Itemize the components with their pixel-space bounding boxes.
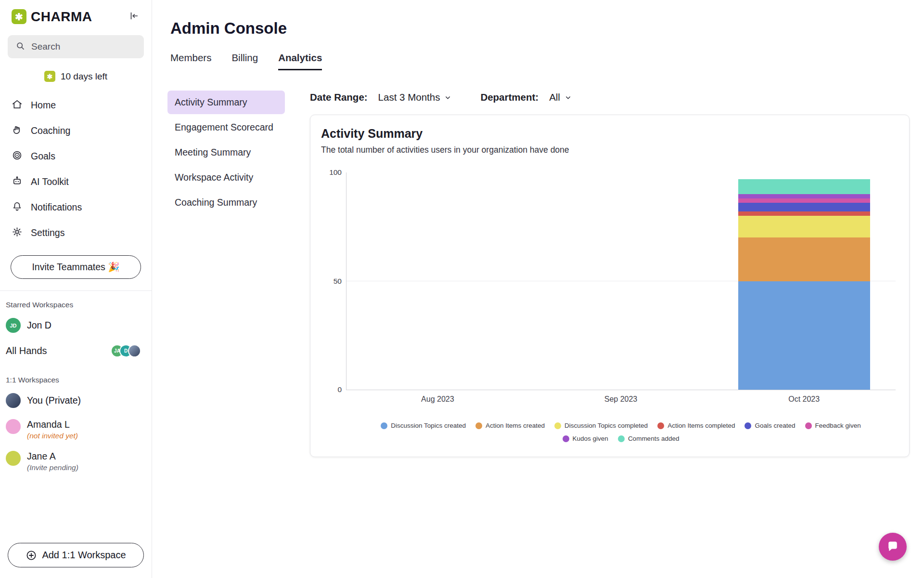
sidebar-item-label: Home xyxy=(31,100,56,111)
charma-logo-text: CHARMA xyxy=(31,9,92,25)
workspace-name: All Hands xyxy=(6,345,47,356)
legend-item[interactable]: Comments added xyxy=(618,435,680,442)
legend-item[interactable]: Discussion Topics created xyxy=(381,422,466,429)
legend-label: Comments added xyxy=(628,435,680,442)
chevron-down-icon xyxy=(565,94,572,101)
ai-toolkit-icon xyxy=(12,175,23,189)
subnav-item-meeting-summary[interactable]: Meeting Summary xyxy=(167,141,285,164)
department-dropdown[interactable]: All xyxy=(549,92,572,103)
tab-billing[interactable]: Billing xyxy=(231,52,258,70)
bar-segment[interactable] xyxy=(738,237,870,281)
x-axis-label: Oct 2023 xyxy=(788,395,820,404)
bar-slot xyxy=(713,172,896,390)
avatar xyxy=(128,344,141,357)
collapse-sidebar-button[interactable] xyxy=(127,9,141,25)
stacked-bar[interactable] xyxy=(372,172,504,390)
workspace-item-jane-a[interactable]: Jane A (Invite pending) xyxy=(0,446,152,477)
legend-dot xyxy=(805,422,812,429)
legend-item[interactable]: Kudos given xyxy=(563,435,608,442)
y-axis-tick: 100 xyxy=(322,168,342,177)
legend-item[interactable]: Action Items completed xyxy=(657,422,735,429)
add-workspace-label: Add 1:1 Workspace xyxy=(42,550,126,561)
bar-slot xyxy=(529,172,712,390)
bar-segment[interactable] xyxy=(738,203,870,211)
bar-segment[interactable] xyxy=(738,198,870,203)
sidebar-item-label: Coaching xyxy=(31,125,70,136)
chart-subtitle: The total number of activities users in … xyxy=(321,145,896,155)
date-range-value: Last 3 Months xyxy=(378,92,440,103)
bar-segment[interactable] xyxy=(738,211,870,216)
sidebar-item-ai-toolkit[interactable]: AI Toolkit xyxy=(12,169,140,195)
sidebar-item-home[interactable]: Home xyxy=(12,92,140,118)
tab-members[interactable]: Members xyxy=(170,52,211,70)
legend-dot xyxy=(618,435,625,442)
chat-support-button[interactable] xyxy=(879,533,907,561)
chart-legend: Discussion Topics createdAction Items cr… xyxy=(346,422,896,442)
x-axis: Aug 2023Sep 2023Oct 2023 xyxy=(346,395,896,407)
sidebar-item-goals[interactable]: Goals xyxy=(12,144,140,169)
main-content: Admin Console Members Billing Analytics … xyxy=(152,0,924,578)
starred-workspaces-heading: Starred Workspaces xyxy=(0,291,152,312)
legend-item[interactable]: Discussion Topics completed xyxy=(554,422,648,429)
sidebar-item-coaching[interactable]: Coaching xyxy=(12,118,140,144)
legend-label: Feedback given xyxy=(815,422,861,429)
workspace-name: Amanda L xyxy=(27,419,78,430)
workspace-item-jon-d[interactable]: JD Jon D xyxy=(0,312,152,339)
home-icon xyxy=(12,99,23,112)
date-range-dropdown[interactable]: Last 3 Months xyxy=(378,92,452,103)
avatar xyxy=(6,393,21,408)
bar-segment[interactable] xyxy=(738,281,870,390)
legend-label: Action Items created xyxy=(486,422,545,429)
workspace-item-amanda-l[interactable]: Amanda L (not invited yet) xyxy=(0,414,152,446)
sidebar-item-notifications[interactable]: Notifications xyxy=(12,195,140,220)
add-workspace-button[interactable]: Add 1:1 Workspace xyxy=(8,543,144,567)
search-box[interactable] xyxy=(8,35,144,58)
legend-dot xyxy=(744,422,751,429)
app-window: ✱ CHARMA ✱ 10 days left Home xyxy=(0,0,924,578)
department-label: Department: xyxy=(480,92,539,103)
invite-teammates-label: Invite Teammates 🎉 xyxy=(32,262,119,273)
chevron-down-icon xyxy=(444,94,451,101)
bar-segment[interactable] xyxy=(738,194,870,198)
legend-item[interactable]: Feedback given xyxy=(805,422,861,429)
subnav-item-activity-summary[interactable]: Activity Summary xyxy=(167,91,285,114)
stacked-bar[interactable] xyxy=(738,172,870,390)
subnav-item-coaching-summary[interactable]: Coaching Summary xyxy=(167,191,285,214)
workspace-name: You (Private) xyxy=(27,395,81,406)
y-axis-tick: 0 xyxy=(322,385,342,394)
sidebar-item-label: Goals xyxy=(31,151,55,162)
invite-teammates-button[interactable]: Invite Teammates 🎉 xyxy=(11,255,141,279)
bar-slot xyxy=(346,172,529,390)
settings-icon xyxy=(12,226,23,240)
sidebar-item-settings[interactable]: Settings xyxy=(12,220,140,246)
filter-bar: Date Range: Last 3 Months Department: Al… xyxy=(310,92,911,103)
workspace-name: Jane A xyxy=(27,451,78,462)
bar-segment[interactable] xyxy=(738,216,870,237)
bar-segment[interactable] xyxy=(738,179,870,195)
stacked-bar[interactable] xyxy=(555,172,687,390)
search-input[interactable] xyxy=(31,41,136,52)
legend-label: Action Items completed xyxy=(667,422,735,429)
subnav-item-workspace-activity[interactable]: Workspace Activity xyxy=(167,166,285,189)
workspace-item-all-hands[interactable]: All Hands JA D xyxy=(0,339,152,363)
x-axis-label: Aug 2023 xyxy=(421,395,454,404)
sidebar-nav: Home Coaching Goals AI Toolkit Notificat… xyxy=(0,92,152,246)
legend-item[interactable]: Action Items created xyxy=(475,422,545,429)
department-value: All xyxy=(549,92,560,103)
coaching-icon xyxy=(12,124,23,138)
notifications-icon xyxy=(12,201,23,214)
chat-bubble-icon xyxy=(886,540,899,553)
subnav-item-engagement-scorecard[interactable]: Engagement Scorecard xyxy=(167,116,285,139)
goals-icon xyxy=(12,150,23,163)
sidebar-item-label: AI Toolkit xyxy=(31,176,69,187)
tab-analytics[interactable]: Analytics xyxy=(278,52,322,70)
avatar-stack: JA D xyxy=(111,344,141,357)
legend-item[interactable]: Goals created xyxy=(744,422,795,429)
chart-title: Activity Summary xyxy=(321,127,896,141)
date-range-label: Date Range: xyxy=(310,92,368,103)
legend-label: Discussion Topics completed xyxy=(565,422,648,429)
legend-dot xyxy=(657,422,664,429)
y-axis-tick: 50 xyxy=(322,277,342,286)
workspace-item-you-private[interactable]: You (Private) xyxy=(0,387,152,414)
trial-badge-label: 10 days left xyxy=(61,71,107,82)
